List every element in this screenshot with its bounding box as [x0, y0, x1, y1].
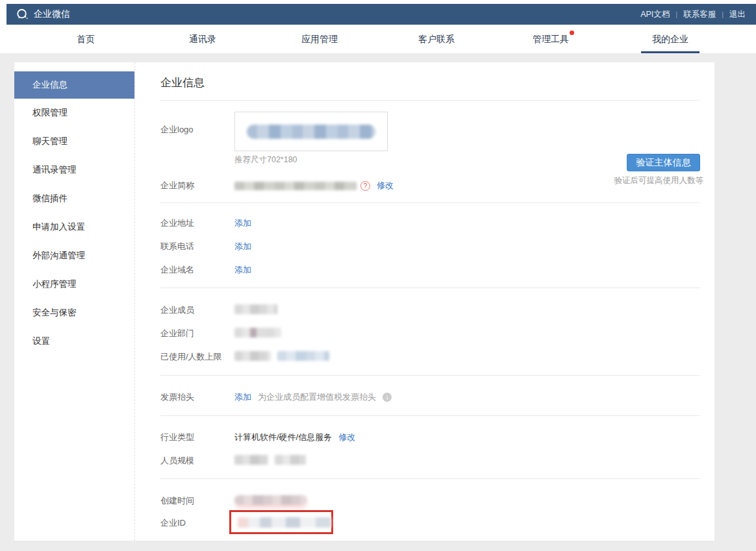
departments-label: 企业部门	[160, 328, 234, 339]
row-domain: 企业域名 添加	[160, 264, 699, 277]
sidebar: 企业信息 权限管理 聊天管理 通讯录管理 微信插件 申请加入设置 外部沟通管理 …	[14, 62, 134, 541]
tab-management-tools[interactable]: 管理工具	[495, 25, 612, 53]
page-title: 企业信息	[160, 75, 205, 90]
logout-link[interactable]: 退出	[729, 9, 746, 20]
short-name-label: 企业简称	[160, 180, 234, 191]
industry-label: 行业类型	[160, 432, 234, 443]
divider	[160, 100, 699, 101]
brand: 企业微信	[16, 8, 70, 21]
tab-home[interactable]: 首页	[27, 25, 144, 53]
add-address-link[interactable]: 添加	[234, 217, 251, 229]
redacted-usage-value	[234, 351, 271, 361]
redacted-members-count	[234, 304, 277, 314]
row-members: 企业成员	[160, 304, 699, 317]
invoice-note: 为企业成员配置增值税发票抬头	[258, 391, 376, 403]
sidebar-item-miniprogram-management[interactable]: 小程序管理	[14, 270, 134, 299]
redacted-departments-count	[234, 328, 281, 337]
separator: |	[675, 10, 677, 18]
tab-my-enterprise[interactable]: 我的企业	[612, 25, 729, 53]
sidebar-item-contacts-management[interactable]: 通讯录管理	[14, 156, 134, 184]
help-icon[interactable]: ?	[360, 181, 370, 191]
redacted-enterprise-logo	[247, 125, 375, 139]
sidebar-item-settings[interactable]: 设置	[14, 327, 134, 356]
divider	[160, 202, 699, 203]
page-background: 企业信息 权限管理 聊天管理 通讯录管理 微信插件 申请加入设置 外部沟通管理 …	[0, 53, 756, 551]
sidebar-item-chat-management[interactable]: 聊天管理	[14, 127, 134, 156]
logo-size-hint: 推荐尺寸702*180	[234, 154, 297, 165]
created-time-label: 创建时间	[160, 495, 234, 507]
row-created-time: 创建时间	[160, 495, 699, 508]
divider	[160, 415, 699, 416]
redacted-created-time	[234, 495, 307, 505]
add-phone-link[interactable]: 添加	[234, 241, 251, 252]
tab-contacts[interactable]: 通讯录	[144, 25, 261, 53]
content-panel: 企业信息 权限管理 聊天管理 通讯录管理 微信插件 申请加入设置 外部沟通管理 …	[14, 62, 714, 541]
add-domain-link[interactable]: 添加	[234, 264, 251, 276]
top-links: API文档 | 联系客服 | 退出	[640, 9, 746, 20]
api-doc-link[interactable]: API文档	[640, 9, 670, 20]
corp-id-highlight-box	[229, 510, 333, 534]
redacted-corp-id	[238, 517, 331, 528]
divider	[160, 478, 699, 479]
address-label: 企业地址	[160, 217, 234, 229]
primary-nav: 首页 通讯录 应用管理 客户联系 管理工具 我的企业	[0, 25, 756, 53]
redacted-usage-limit-value	[277, 351, 329, 361]
usage-limit-label: 已使用/人数上限	[160, 351, 234, 363]
red-dot-badge	[570, 31, 574, 35]
sidebar-item-enterprise-info[interactable]: 企业信息	[14, 71, 134, 99]
info-icon[interactable]: i	[383, 393, 392, 402]
main-content: 企业信息 企业logo 推荐尺寸702*180 验证主体信息 验证后可提高使用人…	[134, 62, 714, 541]
divider	[160, 288, 699, 288]
row-usage-limit: 已使用/人数上限	[160, 351, 699, 364]
redacted-scale-value-2	[275, 455, 306, 465]
corp-id-label: 企业ID	[160, 517, 234, 529]
row-scale: 人员规模	[160, 455, 699, 468]
invoice-label: 发票抬头	[160, 391, 234, 403]
sidebar-item-security-privacy[interactable]: 安全与保密	[14, 299, 134, 327]
redacted-scale-value	[234, 455, 268, 465]
scale-label: 人员规模	[160, 455, 234, 467]
sidebar-item-external-communication[interactable]: 外部沟通管理	[14, 241, 134, 270]
row-invoice: 发票抬头 添加 为企业成员配置增值税发票抬头 i	[160, 391, 699, 404]
verify-subject-button[interactable]: 验证主体信息	[627, 154, 700, 171]
tab-label: 管理工具	[533, 34, 569, 44]
add-invoice-link[interactable]: 添加	[234, 391, 251, 403]
enterprise-logo-label: 企业logo	[160, 124, 234, 136]
row-phone: 联系电话 添加	[160, 241, 699, 254]
edit-industry-link[interactable]: 修改	[338, 432, 355, 443]
row-short-name: 企业简称 ? 修改	[160, 180, 699, 193]
sidebar-item-wechat-plugin[interactable]: 微信插件	[14, 184, 134, 213]
divider	[160, 375, 699, 376]
top-bar: 企业微信 API文档 | 联系客服 | 退出	[6, 4, 756, 25]
sidebar-item-permission-management[interactable]: 权限管理	[14, 99, 134, 127]
industry-value: 计算机软件/硬件/信息服务	[234, 432, 332, 443]
phone-label: 联系电话	[160, 241, 234, 252]
tab-app-management[interactable]: 应用管理	[261, 25, 378, 53]
tab-customer-relations[interactable]: 客户联系	[378, 25, 495, 53]
wecom-logo-icon	[16, 8, 29, 21]
redacted-short-name	[234, 182, 357, 190]
row-corp-id: 企业ID	[160, 517, 699, 530]
sidebar-item-join-settings[interactable]: 申请加入设置	[14, 213, 134, 241]
row-departments: 企业部门	[160, 328, 699, 341]
enterprise-logo-upload-box[interactable]	[234, 112, 388, 151]
members-label: 企业成员	[160, 304, 234, 316]
contact-support-link[interactable]: 联系客服	[683, 9, 716, 20]
domain-label: 企业域名	[160, 264, 234, 276]
row-address: 企业地址 添加	[160, 217, 699, 230]
brand-label: 企业微信	[34, 8, 70, 20]
edit-short-name-link[interactable]: 修改	[377, 180, 394, 191]
row-industry: 行业类型 计算机软件/硬件/信息服务 修改	[160, 432, 699, 445]
separator: |	[722, 10, 724, 18]
